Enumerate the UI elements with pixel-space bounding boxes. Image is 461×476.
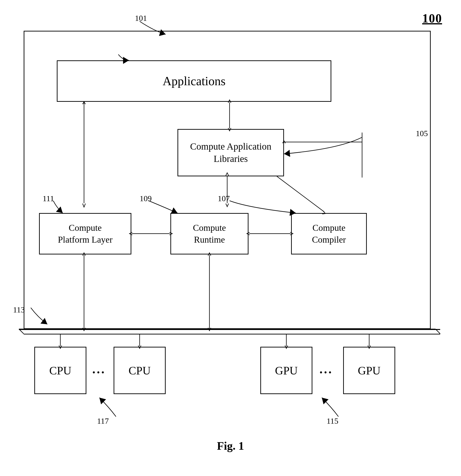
compute-application-libraries-box: Compute Application Libraries — [177, 129, 284, 176]
applications-box: Applications — [57, 60, 331, 102]
ref-107: 107 — [218, 194, 230, 203]
bus-line-top — [19, 329, 440, 330]
ref-101: 101 — [135, 14, 147, 23]
cal-label: Compute Application Libraries — [190, 140, 271, 165]
gpu1-label: GPU — [275, 364, 298, 377]
ref-105: 105 — [416, 129, 428, 138]
figure-caption: Fig. 1 — [217, 439, 244, 452]
gpu2-box: GPU — [343, 347, 395, 394]
figure-number: 100 — [422, 11, 442, 25]
compute-runtime-box: Compute Runtime — [170, 213, 249, 255]
cc-label: Compute Compiler — [312, 222, 346, 246]
gpu1-box: GPU — [260, 347, 312, 394]
ref-115: 115 — [327, 416, 338, 425]
bus-line-bottom — [24, 334, 440, 334]
gpu2-label: GPU — [358, 364, 381, 377]
cpu2-label: CPU — [128, 364, 151, 377]
ref-111: 111 — [42, 194, 54, 203]
diagram: 100 101 103 Hosting Systems Applications… — [0, 0, 461, 476]
cpu-dots: ... — [92, 362, 106, 376]
cr-label: Compute Runtime — [193, 222, 226, 246]
ref-113: 113 — [13, 305, 25, 314]
cpu1-label: CPU — [49, 364, 71, 377]
compute-platform-layer-box: Compute Platform Layer — [39, 213, 131, 255]
gpu-dots: ... — [319, 362, 333, 376]
cpl-label: Compute Platform Layer — [58, 222, 112, 246]
applications-label: Applications — [163, 74, 226, 88]
cpu1-box: CPU — [34, 347, 86, 394]
compute-compiler-box: Compute Compiler — [291, 213, 367, 255]
cpu2-box: CPU — [114, 347, 166, 394]
ref-117: 117 — [97, 416, 109, 425]
ref-109: 109 — [140, 194, 152, 203]
